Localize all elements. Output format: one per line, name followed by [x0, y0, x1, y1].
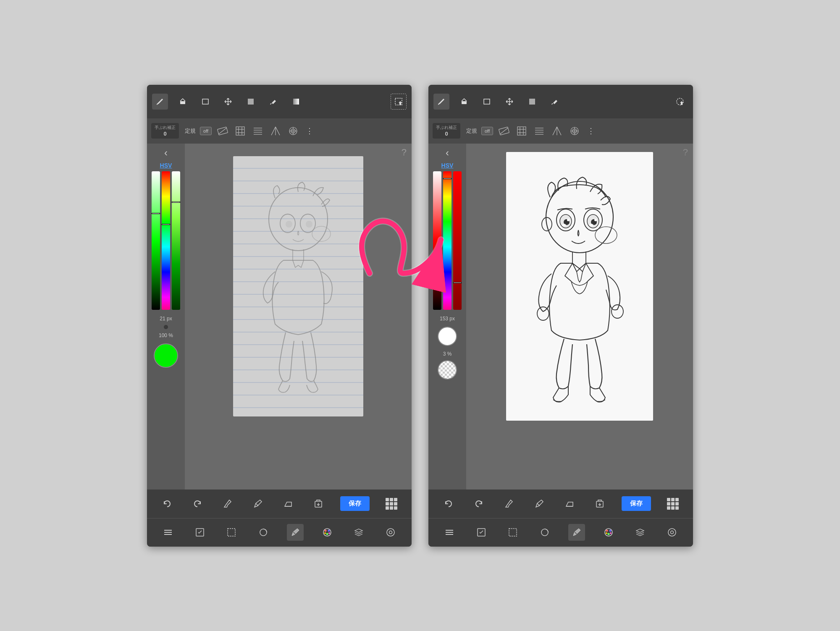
- svg-point-97: [668, 529, 676, 536]
- right-stabilizer[interactable]: 手ぶれ補正 0: [433, 123, 460, 139]
- right-redo-btn[interactable]: [470, 495, 487, 512]
- right-edit-btn[interactable]: [473, 524, 490, 541]
- fill-tool-left[interactable]: [243, 94, 259, 110]
- rect-tool-right[interactable]: [479, 94, 495, 110]
- left-color-swatch[interactable]: [154, 343, 178, 368]
- left-ruler-grid[interactable]: [234, 124, 247, 138]
- fill-tool-right[interactable]: [524, 94, 540, 110]
- left-hue-slider[interactable]: [162, 171, 170, 310]
- svg-point-41: [324, 532, 326, 534]
- right-ruler-diagonal[interactable]: [497, 124, 511, 138]
- left-settings-btn[interactable]: [382, 524, 399, 541]
- right-hue-slider[interactable]: [443, 171, 452, 310]
- right-bottom-toolbar-2: [428, 518, 693, 547]
- circle-sel-tool-right[interactable]: [672, 94, 688, 110]
- right-transform-btn[interactable]: [536, 524, 553, 541]
- svg-point-82: [612, 305, 623, 318]
- left-undo-btn[interactable]: [159, 495, 176, 512]
- svg-point-42: [328, 532, 330, 534]
- right-ruler-off[interactable]: off: [481, 127, 493, 135]
- right-canvas[interactable]: [506, 152, 653, 421]
- left-ruler-bar: 手ぶれ補正 0 定規 off: [147, 118, 412, 144]
- bucket-tool-right[interactable]: [547, 94, 563, 110]
- right-grid-btn[interactable]: [664, 495, 681, 512]
- right-transparent-swatch[interactable]: [438, 360, 457, 380]
- left-edit-btn[interactable]: [192, 524, 208, 541]
- right-undo-btn[interactable]: [440, 495, 457, 512]
- left-save-btn[interactable]: 保存: [340, 496, 370, 511]
- left-layers-btn[interactable]: [350, 524, 367, 541]
- right-canvas-area: ?: [466, 144, 693, 490]
- right-export-btn[interactable]: [591, 495, 608, 512]
- right-save-btn[interactable]: 保存: [622, 496, 651, 511]
- left-main-area: ‹ HSV 21 px: [147, 144, 412, 490]
- right-ruler-grid[interactable]: [515, 124, 528, 138]
- left-palette-btn[interactable]: [319, 524, 336, 541]
- left-drawing: [233, 156, 363, 416]
- left-ruler-diagonal[interactable]: [216, 124, 229, 138]
- left-ruler-circle[interactable]: [286, 124, 300, 138]
- right-select-btn[interactable]: [504, 524, 521, 541]
- right-color-circle[interactable]: [438, 327, 457, 346]
- left-brush-active-btn[interactable]: [287, 524, 304, 541]
- pencil-tool-right[interactable]: [433, 94, 449, 110]
- left-stabilizer[interactable]: 手ぶれ補正 0: [151, 123, 179, 139]
- eraser-tool-left[interactable]: [175, 94, 191, 110]
- rect-tool-left[interactable]: [197, 94, 213, 110]
- eraser-tool-right[interactable]: [456, 94, 472, 110]
- svg-point-27: [306, 221, 312, 228]
- left-toolbar-top: [147, 85, 412, 118]
- right-nav-arrow[interactable]: ‹: [446, 147, 449, 159]
- left-grid-btn[interactable]: [383, 495, 400, 512]
- left-menu-btn[interactable]: [160, 524, 176, 541]
- left-pen-btn[interactable]: [249, 495, 266, 512]
- left-sat-slider[interactable]: [152, 171, 160, 310]
- right-val-slider[interactable]: [453, 171, 462, 310]
- bucket-tool-left[interactable]: [265, 94, 281, 110]
- selection-tool-left[interactable]: [391, 94, 407, 110]
- svg-line-18: [276, 127, 280, 135]
- right-ruler-persp[interactable]: [550, 124, 564, 138]
- main-container: 手ぶれ補正 0 定規 off: [0, 0, 840, 631]
- left-val-slider[interactable]: [172, 171, 180, 310]
- left-side-panel: ‹ HSV 21 px: [147, 144, 185, 490]
- left-hsv-label[interactable]: HSV: [160, 162, 172, 169]
- move-tool-left[interactable]: [220, 94, 236, 110]
- right-settings-btn[interactable]: [664, 524, 680, 541]
- svg-line-16: [271, 127, 276, 135]
- right-menu-btn[interactable]: [441, 524, 458, 541]
- right-opacity-label: 3 %: [443, 351, 452, 357]
- right-ruler-circle[interactable]: [568, 124, 581, 138]
- left-canvas[interactable]: [233, 156, 363, 416]
- left-help-icon[interactable]: ?: [402, 147, 407, 158]
- svg-point-92: [606, 530, 608, 532]
- pencil-tool-left[interactable]: [152, 94, 168, 110]
- left-transform-btn[interactable]: [255, 524, 272, 541]
- move-tool-right[interactable]: [501, 94, 517, 110]
- right-pen-btn[interactable]: [531, 495, 548, 512]
- right-ruler-lines[interactable]: [533, 124, 546, 138]
- right-help-icon[interactable]: ?: [683, 147, 688, 158]
- right-eraser2-btn[interactable]: [561, 495, 578, 512]
- left-eyedrop-btn[interactable]: [219, 495, 236, 512]
- left-export-btn[interactable]: [310, 495, 327, 512]
- right-ruler-more[interactable]: ⋮: [587, 126, 595, 136]
- left-nav-arrow[interactable]: ‹: [164, 147, 168, 159]
- left-redo-btn[interactable]: [189, 495, 206, 512]
- left-ruler-persp[interactable]: [269, 124, 282, 138]
- right-toolbar-top: [428, 85, 693, 118]
- right-palette-btn[interactable]: [600, 524, 617, 541]
- gradient-tool-left[interactable]: [288, 94, 304, 110]
- left-select-btn[interactable]: [223, 524, 240, 541]
- right-eyedrop-btn[interactable]: [501, 495, 517, 512]
- left-ruler-off[interactable]: off: [200, 127, 212, 135]
- left-ruler-more[interactable]: ⋮: [306, 126, 313, 136]
- svg-point-98: [671, 531, 674, 534]
- right-layers-btn[interactable]: [632, 524, 648, 541]
- left-ruler-lines[interactable]: [251, 124, 265, 138]
- right-sat-slider[interactable]: [433, 171, 441, 310]
- svg-point-68: [546, 181, 613, 253]
- right-hsv-label[interactable]: HSV: [441, 162, 454, 169]
- left-eraser2-btn[interactable]: [280, 495, 297, 512]
- right-brush-active-btn[interactable]: [568, 524, 585, 541]
